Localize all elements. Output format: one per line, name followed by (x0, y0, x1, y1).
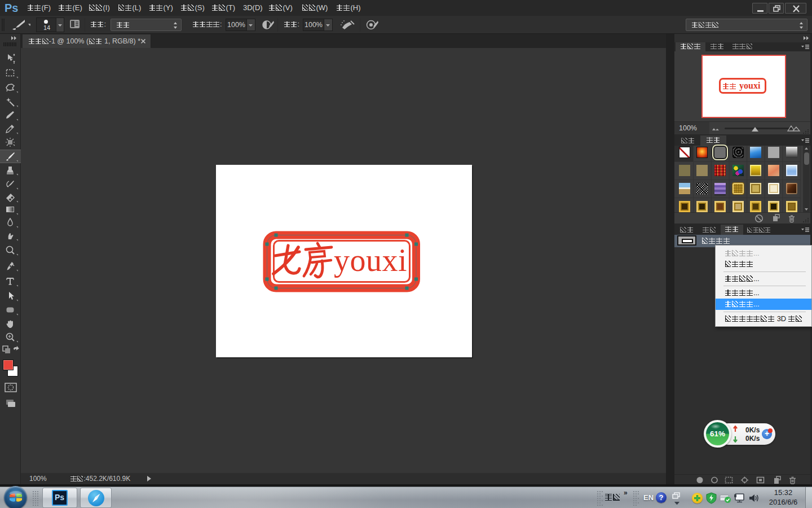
svg-text:youxi: youxi (334, 243, 407, 278)
